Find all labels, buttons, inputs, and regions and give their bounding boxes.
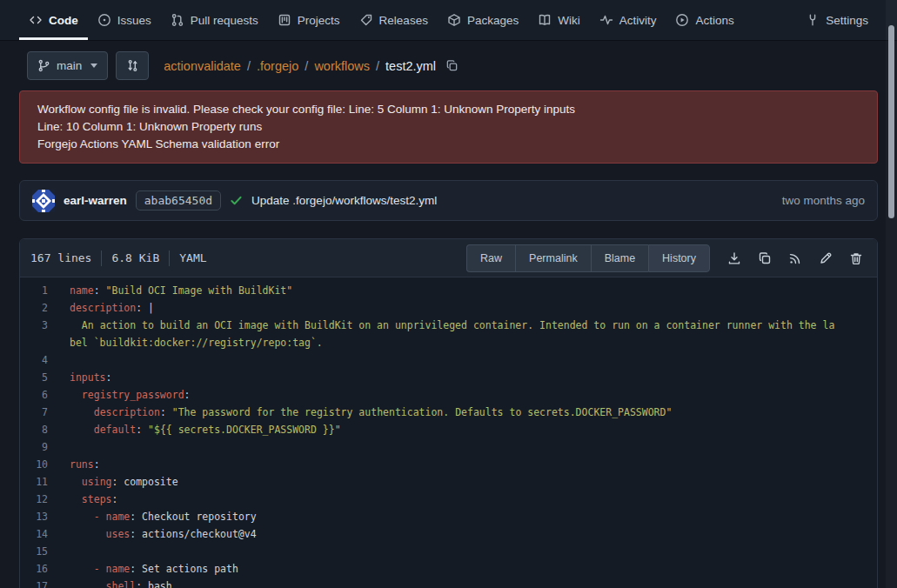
forgejo-repo-file-page: Code Issues Pull requests Projects Relea… [0,0,897,588]
line-content: registry_password: [60,386,840,404]
commit-message-link[interactable]: Update .forgejo/workflows/test2.yml [251,194,437,207]
line-number[interactable]: 1 [20,282,60,299]
line-number[interactable]: 7 [20,404,60,421]
tab-releases[interactable]: Releases [350,0,438,40]
breadcrumb-separator: / [305,59,308,73]
divider [169,251,170,266]
tab-label: Actions [695,14,733,27]
delete-file-button[interactable] [849,251,863,265]
commit-author-link[interactable]: earl-warren [64,194,127,207]
code-line: 9 [20,438,877,456]
rss-icon [788,251,802,265]
line-number[interactable]: 3 [20,317,60,351]
actions-icon [675,13,689,27]
git-branch-icon [37,59,50,72]
tab-pull-requests[interactable]: Pull requests [161,0,268,40]
file-meta: 167 lines 6.8 KiB YAML [30,251,207,266]
line-number[interactable]: 14 [20,525,60,543]
wiki-icon [538,13,552,27]
line-number[interactable]: 9 [20,438,60,456]
line-number[interactable]: 16 [20,560,60,578]
commit-hash-link[interactable]: abab65450d [136,190,221,210]
line-number[interactable]: 13 [20,508,60,525]
breadcrumb: actionvalidate / .forgejo / workflows / … [164,59,459,73]
tab-label: Pull requests [191,14,258,27]
error-line: Line: 10 Column 1: Unknown Property runs [37,118,860,136]
branch-selector-button[interactable]: main [27,51,108,80]
scrollbar-track[interactable] [886,0,897,588]
code-line: 15 [20,543,877,560]
breadcrumb-repo-link[interactable]: actionvalidate [164,59,241,73]
tab-actions[interactable]: Actions [666,0,743,40]
tab-code[interactable]: Code [19,0,88,40]
download-button[interactable] [727,251,741,265]
breadcrumb-dir-link[interactable]: workflows [314,59,370,73]
line-number[interactable]: 4 [20,351,60,369]
line-content: steps: [60,491,840,508]
code-line: 3 An action to build an OCI image with B… [20,317,877,351]
issues-icon [97,13,111,27]
code-line: 8 default: "${{ secrets.DOCKER_PASSWORD … [20,421,877,438]
tab-settings[interactable]: Settings [796,0,878,40]
file-header: 167 lines 6.8 KiB YAML Raw Permalink Bla… [20,239,877,277]
error-line: Workflow config file is invalid. Please … [37,101,860,118]
check-icon[interactable] [230,194,243,207]
line-number[interactable]: 12 [20,491,60,508]
line-content: - name: Checkout repository [60,508,840,525]
copy-content-button[interactable] [758,251,772,265]
line-number[interactable]: 8 [20,421,60,438]
line-number[interactable]: 10 [20,456,60,473]
tab-issues[interactable]: Issues [88,0,161,40]
line-content: shell: bash [60,578,840,588]
tab-label: Projects [298,14,340,27]
tab-label: Settings [826,14,868,27]
line-content: description: "The password for the regis… [60,404,840,421]
line-content [60,351,840,369]
tab-activity[interactable]: Activity [590,0,666,40]
code-line: 12 steps: [20,491,877,508]
line-content: inputs: [60,369,840,386]
compare-button[interactable] [116,51,149,80]
breadcrumb-dir-link[interactable]: .forgejo [257,59,298,73]
raw-button[interactable]: Raw [466,244,515,272]
rss-feed-button[interactable] [788,251,802,265]
line-number[interactable]: 11 [20,473,60,491]
tab-packages[interactable]: Packages [438,0,528,40]
tab-label: Activity [619,14,657,27]
line-number[interactable]: 6 [20,386,60,404]
code-line: 1name: "Build OCI Image with BuildKit" [20,282,877,299]
edit-icon [819,251,833,265]
code-line: 11 using: composite [20,473,877,491]
line-content: name: "Build OCI Image with BuildKit" [60,282,840,299]
line-number[interactable]: 17 [20,578,60,588]
copy-path-button[interactable] [445,59,459,72]
avatar[interactable] [32,190,55,212]
tab-label: Wiki [558,14,580,27]
view-mode-buttons: Raw Permalink Blame History [466,244,710,272]
latest-commit-panel: earl-warren abab65450d Update .forgejo/w… [19,180,878,221]
branch-name: main [57,59,82,72]
history-button[interactable]: History [648,244,710,272]
tab-label: Code [49,14,78,27]
blame-button[interactable]: Blame [591,244,648,272]
commit-time: two months ago [782,194,865,207]
permalink-button[interactable]: Permalink [515,244,591,272]
line-number[interactable]: 5 [20,369,60,386]
edit-file-button[interactable] [819,251,833,265]
line-number[interactable]: 15 [20,543,60,560]
tab-wiki[interactable]: Wiki [528,0,590,40]
line-content: runs: [60,456,840,473]
code-line: 16 - name: Set actions path [20,560,877,578]
line-content: - name: Set actions path [60,560,840,578]
code-view: 1name: "Build OCI Image with BuildKit"2d… [20,277,877,588]
tab-projects[interactable]: Projects [268,0,350,40]
repo-tab-bar: Code Issues Pull requests Projects Relea… [0,0,897,41]
error-line: Forgejo Actions YAML Schema validation e… [37,136,860,153]
scrollbar-thumb[interactable] [888,25,894,218]
line-number[interactable]: 2 [20,299,60,317]
releases-icon [359,13,373,27]
line-content: using: composite [60,473,840,491]
breadcrumb-separator: / [247,59,251,73]
file-size: 6.8 KiB [111,251,159,264]
activity-icon [599,13,613,27]
